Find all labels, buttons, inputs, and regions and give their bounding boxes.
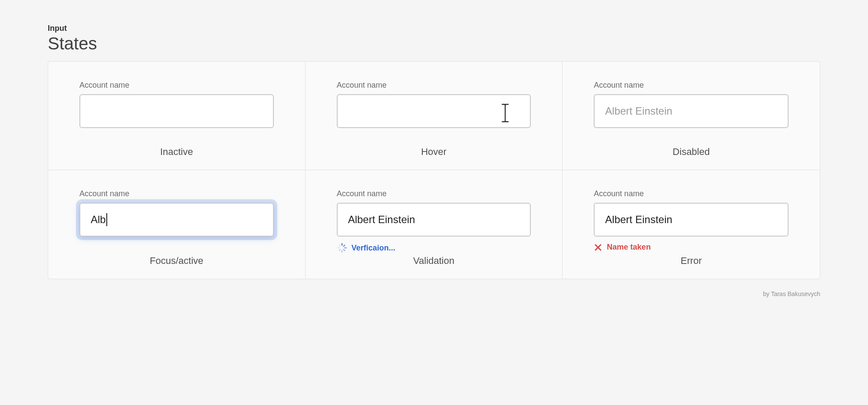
input-box: [79, 94, 274, 128]
header: Input States: [48, 24, 820, 53]
input-value: Albert Einstein: [605, 105, 672, 117]
account-name-input-focus[interactable]: Alb: [79, 203, 274, 237]
svg-line-5: [339, 250, 340, 251]
spinner-icon: [337, 243, 347, 253]
field-label: Account name: [79, 189, 274, 198]
helper-text: Name taken: [607, 243, 651, 252]
state-caption: Disabled: [594, 146, 789, 158]
account-name-input-hover[interactable]: [337, 94, 531, 128]
input-value: Albert Einstein: [348, 214, 415, 226]
error-x-icon: [594, 243, 602, 252]
input-value: Alb: [91, 213, 107, 226]
state-caption: Validation: [337, 255, 531, 267]
field-wrap: Account name Albert Einstein: [594, 81, 789, 128]
page-title: States: [48, 34, 820, 53]
field-wrap: Account name Albert Einstein Name taken: [594, 189, 789, 252]
input-value-text: Alb: [91, 214, 106, 226]
field-wrap: Account name Alb: [79, 189, 274, 246]
helper-text: Verficaion...: [352, 244, 395, 253]
account-name-input-validation[interactable]: Albert Einstein: [337, 203, 531, 237]
field-label: Account name: [594, 189, 789, 198]
input-box: Alb: [79, 203, 274, 237]
state-cell-disabled: Account name Albert Einstein Disabled: [562, 62, 820, 170]
state-cell-focus: Account name Alb Focus/active: [48, 170, 306, 279]
state-cell-hover: Account name Hover: [306, 62, 563, 170]
state-caption: Focus/active: [79, 255, 274, 267]
account-name-input-disabled: Albert Einstein: [594, 94, 789, 128]
field-label: Account name: [337, 189, 531, 198]
input-box: Albert Einstein: [337, 203, 531, 237]
category-label: Input: [48, 24, 820, 33]
credit-label: by Taras Bakusevych: [763, 290, 820, 297]
field-label: Account name: [337, 81, 531, 90]
svg-line-1: [343, 245, 345, 247]
input-box: Albert Einstein: [594, 94, 789, 128]
input-box: [337, 94, 531, 128]
state-cell-validation: Account name Albert Einstein: [306, 170, 563, 279]
field-label: Account name: [594, 81, 789, 90]
state-cell-error: Account name Albert Einstein Name taken …: [562, 170, 820, 279]
helper-row: Name taken: [594, 243, 789, 252]
state-caption: Inactive: [79, 146, 274, 158]
svg-line-3: [343, 250, 345, 251]
state-caption: Hover: [337, 146, 531, 158]
states-grid: Account name Inactive Account name Hover…: [48, 61, 820, 279]
account-name-input-error[interactable]: Albert Einstein: [594, 203, 789, 237]
state-cell-inactive: Account name Inactive: [48, 62, 306, 170]
text-cursor-icon: [501, 103, 509, 122]
state-caption: Error: [594, 255, 789, 267]
helper-row: Verficaion...: [337, 243, 531, 253]
field-wrap: Account name: [79, 81, 274, 128]
text-caret-icon: [106, 213, 107, 226]
account-name-input-inactive[interactable]: [79, 94, 274, 128]
field-label: Account name: [79, 81, 274, 90]
svg-line-7: [339, 245, 340, 247]
field-wrap: Account name Albert Einstein: [337, 189, 531, 253]
field-wrap: Account name: [337, 81, 531, 128]
input-box: Albert Einstein: [594, 203, 789, 237]
input-value: Albert Einstein: [605, 214, 672, 226]
